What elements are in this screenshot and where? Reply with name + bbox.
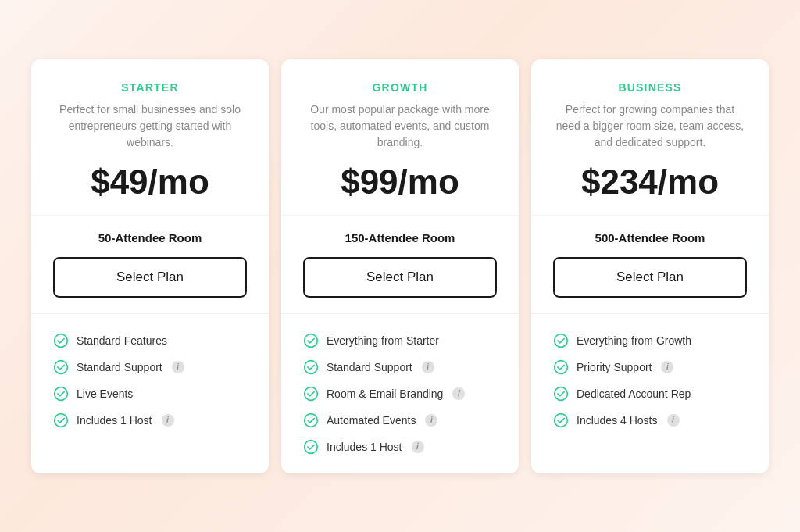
feature-text-growth-3: Automated Events — [327, 414, 416, 427]
info-icon[interactable]: i — [425, 414, 438, 427]
feature-item-business-1: Priority Supporti — [553, 359, 747, 375]
plan-price-business: $234/mo — [553, 165, 747, 199]
feature-item-starter-2: Live Events — [53, 386, 247, 402]
card-features-starter: Standard Features Standard Supporti Live… — [31, 314, 269, 473]
plan-price-starter: $49/mo — [53, 165, 247, 199]
card-middle-business: 500-Attendee RoomSelect Plan — [531, 216, 769, 314]
check-circle-icon — [53, 333, 69, 348]
feature-text-growth-1: Standard Support — [327, 361, 412, 373]
feature-text-business-2: Dedicated Account Rep — [577, 387, 691, 400]
pricing-card-growth: GROWTHOur most popular package with more… — [281, 59, 519, 473]
plan-description-starter: Perfect for small businesses and solo en… — [53, 102, 247, 151]
check-circle-icon — [303, 359, 319, 375]
info-icon[interactable]: i — [422, 361, 434, 373]
card-top-business: BUSINESSPerfect for growing companies th… — [531, 59, 769, 216]
svg-point-2 — [55, 387, 68, 400]
check-circle-icon — [303, 412, 319, 428]
feature-item-starter-3: Includes 1 Hosti — [53, 412, 247, 428]
svg-point-5 — [305, 360, 318, 373]
card-middle-starter: 50-Attendee RoomSelect Plan — [31, 216, 269, 314]
pricing-card-starter: STARTERPerfect for small businesses and … — [31, 59, 269, 473]
plan-description-business: Perfect for growing companies that need … — [553, 102, 747, 151]
check-circle-icon — [53, 386, 69, 402]
feature-item-growth-0: Everything from Starter — [303, 333, 497, 348]
info-icon[interactable]: i — [661, 361, 673, 373]
feature-item-growth-2: Room & Email Brandingi — [303, 386, 497, 402]
feature-item-business-3: Includes 4 Hostsi — [553, 412, 747, 428]
feature-item-growth-1: Standard Supporti — [303, 359, 497, 375]
check-circle-icon — [53, 359, 69, 375]
svg-point-9 — [555, 334, 568, 347]
check-circle-icon — [303, 439, 319, 455]
feature-text-starter-2: Live Events — [77, 387, 133, 400]
svg-point-4 — [305, 334, 318, 347]
pricing-container: STARTERPerfect for small businesses and … — [25, 59, 775, 473]
select-plan-button-starter[interactable]: Select Plan — [53, 257, 247, 298]
feature-text-growth-4: Includes 1 Host — [327, 441, 402, 453]
card-top-starter: STARTERPerfect for small businesses and … — [31, 59, 269, 216]
feature-text-starter-1: Standard Support — [77, 361, 162, 373]
info-icon[interactable]: i — [412, 441, 424, 453]
select-plan-button-growth[interactable]: Select Plan — [303, 257, 497, 298]
svg-point-6 — [305, 387, 318, 400]
attendee-room-growth: 150-Attendee Room — [303, 231, 497, 245]
card-features-growth: Everything from Starter Standard Support… — [281, 314, 519, 473]
attendee-room-starter: 50-Attendee Room — [53, 231, 247, 245]
feature-text-growth-0: Everything from Starter — [327, 334, 439, 347]
svg-point-3 — [55, 413, 68, 427]
check-circle-icon — [303, 386, 319, 402]
plan-name-growth: GROWTH — [303, 81, 497, 94]
feature-item-starter-0: Standard Features — [53, 333, 247, 348]
feature-text-growth-2: Room & Email Branding — [327, 387, 443, 400]
plan-name-starter: STARTER — [53, 81, 247, 94]
svg-point-1 — [55, 360, 68, 373]
feature-text-starter-0: Standard Features — [77, 334, 167, 347]
pricing-card-business: BUSINESSPerfect for growing companies th… — [531, 59, 769, 473]
svg-point-7 — [305, 413, 318, 427]
check-circle-icon — [553, 412, 569, 428]
check-circle-icon — [553, 333, 569, 348]
svg-point-8 — [305, 440, 318, 453]
svg-point-11 — [555, 387, 568, 400]
feature-text-starter-3: Includes 1 Host — [77, 414, 152, 427]
svg-point-12 — [555, 413, 568, 427]
feature-text-business-1: Priority Support — [577, 361, 652, 373]
check-circle-icon — [553, 386, 569, 402]
plan-name-business: BUSINESS — [553, 81, 747, 94]
info-icon[interactable]: i — [452, 387, 465, 400]
feature-text-business-0: Everything from Growth — [577, 334, 691, 347]
check-circle-icon — [53, 412, 69, 428]
feature-item-business-0: Everything from Growth — [553, 333, 747, 348]
feature-item-growth-3: Automated Eventsi — [303, 412, 497, 428]
select-plan-button-business[interactable]: Select Plan — [553, 257, 747, 298]
feature-item-business-2: Dedicated Account Rep — [553, 386, 747, 402]
attendee-room-business: 500-Attendee Room — [553, 231, 747, 245]
svg-point-10 — [555, 360, 568, 373]
card-middle-growth: 150-Attendee RoomSelect Plan — [281, 216, 519, 314]
svg-point-0 — [55, 334, 68, 347]
plan-price-growth: $99/mo — [303, 165, 497, 199]
check-circle-icon — [303, 333, 319, 348]
feature-item-starter-1: Standard Supporti — [53, 359, 247, 375]
card-top-growth: GROWTHOur most popular package with more… — [281, 59, 519, 216]
info-icon[interactable]: i — [172, 361, 184, 373]
card-features-business: Everything from Growth Priority Supporti… — [531, 314, 769, 473]
info-icon[interactable]: i — [667, 414, 680, 427]
feature-item-growth-4: Includes 1 Hosti — [303, 439, 497, 455]
check-circle-icon — [553, 359, 569, 375]
plan-description-growth: Our most popular package with more tools… — [303, 102, 497, 151]
feature-text-business-3: Includes 4 Hosts — [577, 414, 658, 427]
info-icon[interactable]: i — [162, 414, 174, 427]
